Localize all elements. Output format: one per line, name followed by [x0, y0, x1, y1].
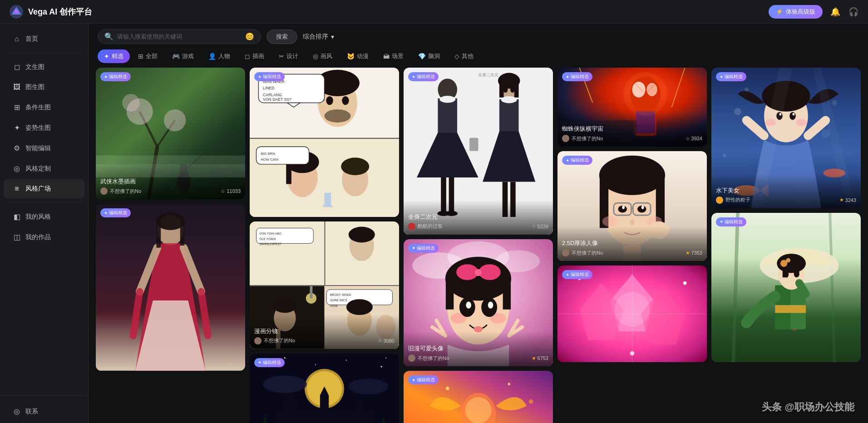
sort-button[interactable]: 综合排序 ▾ [303, 33, 334, 41]
card-fashion[interactable]: ✦ 编辑精选 [96, 204, 245, 371]
sidebar-item-img2img-label: 图生图 [25, 83, 44, 91]
sidebar-item-condition[interactable]: ⊞ 条件生图 [4, 98, 84, 117]
card-wuxia[interactable]: ✦ 编辑精选 武侠水墨插画 不想佛了的No ☆ [96, 68, 245, 199]
svg-point-108 [503, 87, 508, 93]
editor-badge-moon: ✦ 编辑精选 [254, 358, 285, 367]
card-cute-avatar-overlay: 旧漫可爱头像 不想佛了的No ★ 6753 [404, 332, 553, 366]
card-cute-avatar-author: 不想佛了的No [408, 354, 449, 362]
search-button[interactable]: 搜索 [266, 30, 297, 44]
badge-label-wuxia: 编辑精选 [109, 74, 127, 80]
card-manga-bottom-overlay: 漫画分镜 不想佛了的No ☆ 3080 [250, 315, 399, 349]
sidebar-item-my-work[interactable]: ◫ 我的作品 [4, 227, 84, 247]
card-anime-fullbody-title: 全身二次元 [408, 213, 548, 221]
card-underwater-overlay: 水下美女 野性的柜子 ★ 3243 [711, 174, 861, 208]
underwater-star-count: 3243 [845, 197, 856, 203]
filter-tab-animation[interactable]: 🐱 动漫 [340, 49, 375, 63]
anime-fullbody-star-count: 5229 [538, 224, 548, 229]
headphone-icon[interactable]: 🎧 [848, 6, 859, 17]
cute-avatar-author-name: 不想佛了的No [418, 355, 449, 362]
painting-tab-icon: ◎ [313, 53, 318, 60]
card-fire[interactable]: ✦ 编辑精选 [404, 371, 553, 423]
cute-avatar-star-icon: ★ [532, 355, 536, 361]
filter-tab-design[interactable]: ✂ 设计 [272, 49, 305, 63]
filter-tab-featured[interactable]: ✦ 精选 [98, 49, 130, 63]
svg-rect-54 [325, 221, 326, 285]
editor-badge-portrait-25d: ✦ 编辑精选 [562, 156, 592, 165]
gallery-scroll[interactable]: ✦ 编辑精选 武侠水墨插画 不想佛了的No ☆ [89, 68, 868, 423]
card-umbrella[interactable]: ✦ 编辑精选 [711, 213, 861, 362]
illustration-tab-label: 插画 [252, 52, 264, 60]
person-tab-icon: 👤 [208, 53, 216, 60]
filter-tab-brain[interactable]: 💎 脑洞 [412, 49, 446, 63]
sidebar-item-img2img[interactable]: 🖼 图生图 [4, 78, 84, 97]
svg-text:OLE YOAHI: OLE YOAHI [259, 237, 276, 241]
contact-label: 联系 [25, 408, 38, 416]
svg-rect-86 [285, 402, 296, 419]
sidebar-item-style-plaza[interactable]: ≡ 风格广场 [4, 179, 84, 198]
sidebar-item-smart-edit[interactable]: ⚙ 智能编辑 [4, 138, 84, 158]
svg-rect-88 [355, 404, 364, 419]
underwater-author-avatar [716, 197, 723, 204]
sidebar-item-pose[interactable]: ✦ 姿势生图 [4, 118, 84, 138]
card-manga-bottom[interactable]: VON YOHI HAC OLE YOAHI SANNLCATES? [250, 221, 399, 349]
svg-rect-26 [250, 138, 399, 139]
wuxia-star-icon: ☆ [221, 188, 225, 194]
search-input[interactable] [117, 33, 242, 40]
svg-point-125 [466, 301, 471, 308]
sidebar-item-style-custom[interactable]: ◎ 风格定制 [4, 159, 84, 178]
badge-star-manga-top-icon: ✦ [258, 74, 261, 79]
card-portrait-25d[interactable]: ✦ 编辑精选 2.5D厚涂人像 不想佛了的No ★ [557, 151, 707, 261]
badge-star-fashion-icon: ✦ [104, 211, 108, 216]
all-tab-icon: ⊞ [138, 53, 143, 60]
scene-tab-label: 场景 [392, 52, 404, 60]
filter-tab-illustration[interactable]: ◻ 插画 [238, 49, 271, 63]
card-underwater[interactable]: ✦ 编辑精选 水下美女 野性的柜子 ★ [711, 68, 861, 208]
card-portrait-25d-title: 2.5D厚涂人像 [562, 239, 702, 247]
badge-label-fire: 编辑精选 [417, 377, 435, 383]
sidebar-item-text2img[interactable]: ◻ 文生图 [4, 57, 84, 77]
svg-point-128 [445, 256, 511, 300]
filter-tab-game[interactable]: 🎮 游戏 [166, 49, 200, 63]
svg-point-109 [510, 87, 515, 93]
svg-point-140 [465, 397, 491, 423]
card-anime-fullbody-overlay: 全身二次元 酷酷的过客 ☆ 5229 [404, 200, 553, 235]
card-portrait-25d-stars: ★ 7353 [686, 250, 702, 256]
card-manga-top-img: MAN WAER LINED CARLANG VON DAET SS? [250, 68, 399, 217]
svg-rect-49 [323, 205, 333, 207]
sidebar: ⌂ 首页 ◻ 文生图 🖼 图生图 ⊞ 条件生图 ✦ 姿势生图 ⚙ 智能编辑 ◎ … [0, 24, 89, 423]
card-anime-fullbody-author: 酷酷的过客 [408, 223, 443, 230]
upgrade-label: 体验高级版 [786, 8, 815, 16]
svg-rect-114 [469, 138, 478, 151]
filter-tab-painting[interactable]: ◎ 画风 [306, 49, 339, 63]
card-cute-avatar[interactable]: ✦ 编辑精选 旧漫可爱头像 不想佛了的No ★ [404, 239, 553, 367]
search-input-wrap: 🔍 😊 [98, 29, 261, 44]
portrait-25d-star-icon: ★ [686, 250, 690, 256]
card-spiderman-stars: ☆ 3924 [686, 136, 702, 142]
svg-point-200 [793, 113, 795, 116]
wuxia-author-avatar [100, 187, 108, 195]
sidebar-item-style-plaza-label: 风格广场 [25, 185, 51, 193]
svg-point-77 [315, 364, 316, 365]
animation-tab-label: 动漫 [357, 52, 369, 60]
featured-tab-label: 精选 [112, 52, 123, 60]
sidebar-item-home[interactable]: ⌂ 首页 [4, 30, 84, 49]
card-manga-top[interactable]: MAN WAER LINED CARLANG VON DAET SS? [250, 68, 399, 217]
card-anime-fullbody[interactable]: 全身二次元 ✦ 编辑精选 全身二次元 酷酷的过客 [404, 68, 553, 235]
filter-tab-other[interactable]: ◇ 其他 [448, 49, 480, 63]
card-pink-crystal-img [557, 266, 707, 362]
svg-point-44 [341, 157, 369, 175]
card-spiderman[interactable]: ✦ 编辑精选 蜘蛛侠纵横宇宙 不想佛了的No ☆ [557, 68, 707, 147]
filter-tab-person[interactable]: 👤 人物 [202, 49, 237, 63]
emoji-icon[interactable]: 😊 [245, 32, 254, 41]
sidebar-item-contact[interactable]: ◎ 联系 [4, 402, 84, 421]
filter-tab-all[interactable]: ⊞ 全部 [132, 49, 164, 63]
editor-badge-spiderman: ✦ 编辑精选 [562, 72, 592, 81]
notification-icon[interactable]: 🔔 [830, 6, 841, 17]
svg-point-172 [630, 219, 635, 226]
card-moon[interactable]: ✦ 编辑精选 [250, 354, 399, 423]
sidebar-item-my-style[interactable]: ◧ 我的风格 [4, 207, 84, 226]
upgrade-button[interactable]: ⚡ 体验高级版 [769, 5, 823, 19]
card-pink-crystal[interactable]: ✦ 编辑精选 [557, 266, 707, 362]
smart-edit-icon: ⚙ [13, 144, 21, 152]
filter-tab-scene[interactable]: 🏔 场景 [377, 49, 410, 63]
